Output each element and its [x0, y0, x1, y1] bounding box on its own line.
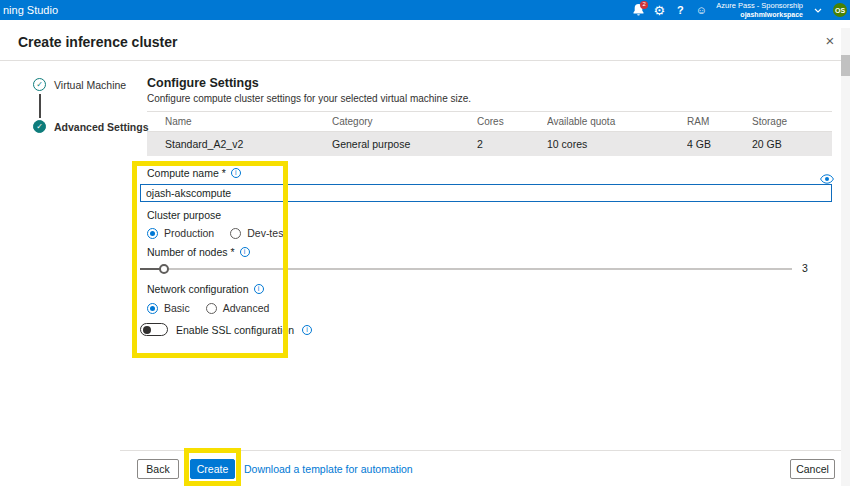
compute-name-label: Compute name *: [147, 167, 226, 179]
create-button[interactable]: Create: [190, 459, 235, 479]
compute-name-input[interactable]: [140, 184, 832, 202]
scrollbar-track[interactable]: [841, 28, 850, 486]
table-header-row: Name Category Cores Available quota RAM …: [147, 111, 832, 132]
workspace-name: ojashmlworkspace: [716, 10, 803, 19]
header-category: Category: [332, 116, 477, 127]
slider-handle[interactable]: [159, 264, 169, 274]
radio-basic[interactable]: Basic: [147, 302, 190, 314]
header-storage: Storage: [752, 116, 832, 127]
footer-divider: [120, 450, 850, 451]
help-icon: ?: [677, 4, 684, 16]
header-cores: Cores: [477, 116, 547, 127]
cell-storage: 20 GB: [752, 138, 832, 150]
close-icon: ×: [826, 32, 835, 49]
notifications-button[interactable]: 2: [632, 0, 644, 20]
nodes-label: Number of nodes *: [147, 246, 235, 258]
network-label-row: Network configuration i: [147, 283, 264, 295]
step-current-check-icon: ✓: [33, 120, 46, 133]
ssl-toggle[interactable]: [140, 323, 168, 336]
radio-label: Dev-test: [247, 227, 286, 239]
scrollbar-thumb[interactable]: [841, 55, 850, 76]
help-button[interactable]: ?: [674, 0, 686, 20]
notification-badge: 2: [640, 1, 648, 9]
network-configuration-label: Network configuration: [147, 283, 249, 295]
subscription-name: Azure Pass - Sponsorship: [716, 1, 803, 11]
download-template-link[interactable]: Download a template for automation: [244, 463, 413, 475]
radio-unselected-icon: [230, 228, 241, 239]
radio-dev-test[interactable]: Dev-test: [230, 227, 286, 239]
nodes-value: 3: [802, 262, 808, 274]
gear-icon: ⚙: [653, 3, 665, 18]
step-label: Advanced Settings: [54, 121, 149, 133]
nodes-label-row: Number of nodes * i: [147, 246, 250, 258]
account-menu[interactable]: Azure Pass - Sponsorship ojashmlworkspac…: [716, 1, 803, 20]
header-name: Name: [147, 116, 332, 127]
radio-production[interactable]: Production: [147, 227, 214, 239]
nodes-slider[interactable]: [140, 264, 792, 274]
account-dropdown[interactable]: [812, 0, 824, 20]
screen: ning Studio 2 ⚙ ? ☺ Azure Pass - Sponsor…: [0, 0, 850, 486]
toggle-knob: [143, 326, 151, 334]
cell-cores: 2: [477, 138, 547, 150]
step-complete-check-icon: ✓: [33, 78, 46, 91]
step-connector: [39, 94, 41, 118]
cell-available-quota: 10 cores: [547, 138, 687, 150]
radio-label: Advanced: [223, 302, 270, 314]
section-subheading: Configure compute cluster settings for y…: [147, 93, 471, 104]
app-title: ning Studio: [3, 4, 58, 16]
feedback-button[interactable]: ☺: [695, 0, 707, 20]
info-icon[interactable]: i: [302, 325, 312, 335]
radio-selected-icon: [147, 228, 158, 239]
compute-name-label-row: Compute name * i: [147, 167, 241, 179]
header-divider: [0, 60, 850, 61]
ssl-label: Enable SSL configuration: [176, 324, 294, 336]
header-available-quota: Available quota: [547, 116, 687, 127]
avatar[interactable]: OS: [833, 3, 847, 17]
smiley-icon: ☺: [696, 4, 707, 16]
cluster-purpose-radios: Production Dev-test: [147, 227, 286, 239]
section-heading: Configure Settings: [147, 76, 259, 90]
vm-table: Name Category Cores Available quota RAM …: [147, 111, 832, 156]
back-button[interactable]: Back: [137, 459, 179, 479]
header-ram: RAM: [687, 116, 752, 127]
eye-icon[interactable]: [820, 170, 834, 180]
close-button[interactable]: ×: [822, 32, 838, 48]
topbar-actions: 2 ⚙ ? ☺ Azure Pass - Sponsorship ojashml…: [632, 0, 847, 20]
step-virtual-machine[interactable]: ✓ Virtual Machine: [33, 78, 126, 91]
slider-track[interactable]: [140, 268, 792, 270]
network-radios: Basic Advanced: [147, 302, 269, 314]
cell-category: General purpose: [332, 138, 477, 150]
step-label: Virtual Machine: [54, 79, 126, 91]
radio-label: Production: [164, 227, 214, 239]
chevron-down-icon: [814, 8, 822, 13]
ssl-row: Enable SSL configuration i: [140, 323, 312, 336]
radio-label: Basic: [164, 302, 190, 314]
dialog-title: Create inference cluster: [18, 34, 178, 50]
radio-selected-icon: [147, 303, 158, 314]
cell-ram: 4 GB: [687, 138, 752, 150]
radio-unselected-icon: [206, 303, 217, 314]
info-icon[interactable]: i: [254, 284, 264, 294]
radio-advanced[interactable]: Advanced: [206, 302, 270, 314]
settings-button[interactable]: ⚙: [653, 0, 665, 20]
table-row[interactable]: Standard_A2_v2 General purpose 2 10 core…: [147, 132, 832, 156]
cancel-button[interactable]: Cancel: [790, 459, 835, 479]
info-icon[interactable]: i: [240, 247, 250, 257]
step-advanced-settings[interactable]: ✓ Advanced Settings: [33, 120, 149, 133]
cluster-purpose-label: Cluster purpose: [147, 209, 221, 221]
topbar: ning Studio 2 ⚙ ? ☺ Azure Pass - Sponsor…: [0, 0, 850, 20]
info-icon[interactable]: i: [231, 168, 241, 178]
cell-name: Standard_A2_v2: [147, 138, 332, 150]
